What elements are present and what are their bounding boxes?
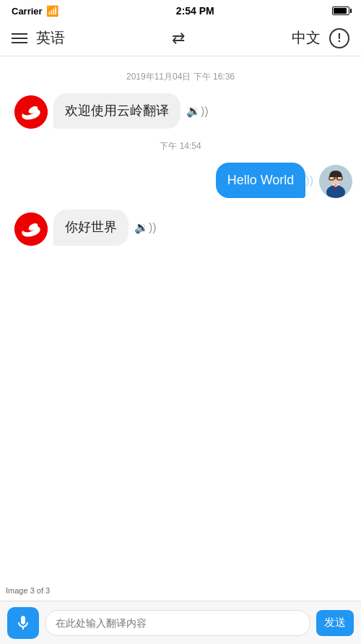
source-lang: 英语 — [36, 28, 65, 48]
user-avatar — [319, 165, 352, 198]
input-bar: 发送 — [0, 601, 361, 644]
status-right — [332, 7, 349, 15]
sound-icon-1[interactable]: 🔉)) — [186, 104, 209, 118]
bot-avatar-svg-2 — [14, 212, 48, 246]
nav-bar: 英语 ⇄ 中文 ! — [0, 20, 361, 56]
info-button[interactable]: ! — [329, 28, 349, 48]
bubble-bot-2: 你好世界 — [53, 210, 129, 245]
send-button[interactable]: 发送 — [316, 610, 354, 636]
swap-lang-button[interactable]: ⇄ — [172, 29, 185, 48]
bot-avatar — [14, 95, 48, 129]
timestamp-1: 2019年11月04日 下午 16:36 — [9, 71, 352, 83]
message-row-user-1: )) Hello World — [9, 163, 352, 198]
battery-icon — [332, 7, 349, 15]
mic-button[interactable] — [7, 607, 39, 639]
carrier-label: Carrier — [12, 6, 43, 17]
status-time: 2:54 PM — [176, 5, 214, 17]
menu-button[interactable] — [12, 33, 27, 43]
status-left: Carrier 📶 — [12, 5, 58, 17]
timestamp-2: 下午 14:54 — [9, 140, 352, 153]
sound-icon-user[interactable]: )) — [305, 174, 313, 187]
user-avatar-svg — [319, 165, 352, 198]
sound-icon-2[interactable]: 🔉)) — [134, 220, 157, 234]
bubble-bot-1: 欢迎使用云岭翻译 — [53, 93, 180, 129]
translation-input[interactable] — [45, 610, 310, 636]
message-row-bot-1: 欢迎使用云岭翻译 🔉)) — [9, 93, 352, 129]
image-counter: Image 3 of 3 — [6, 586, 50, 595]
nav-left: 英语 — [12, 28, 65, 48]
target-lang: 中文 — [292, 28, 321, 48]
bot-avatar-svg — [14, 95, 48, 129]
status-bar: Carrier 📶 2:54 PM — [0, 0, 361, 20]
mic-icon — [14, 614, 32, 632]
message-row-bot-2: 你好世界 🔉)) — [9, 210, 352, 245]
wifi-icon: 📶 — [46, 5, 58, 17]
bubble-user-1: Hello World — [216, 163, 306, 198]
bot-avatar-2 — [14, 212, 48, 246]
nav-right: 中文 ! — [292, 28, 349, 48]
chat-area: 2019年11月04日 下午 16:36 欢迎使用云岭翻译 🔉)) 下午 14:… — [0, 56, 361, 601]
